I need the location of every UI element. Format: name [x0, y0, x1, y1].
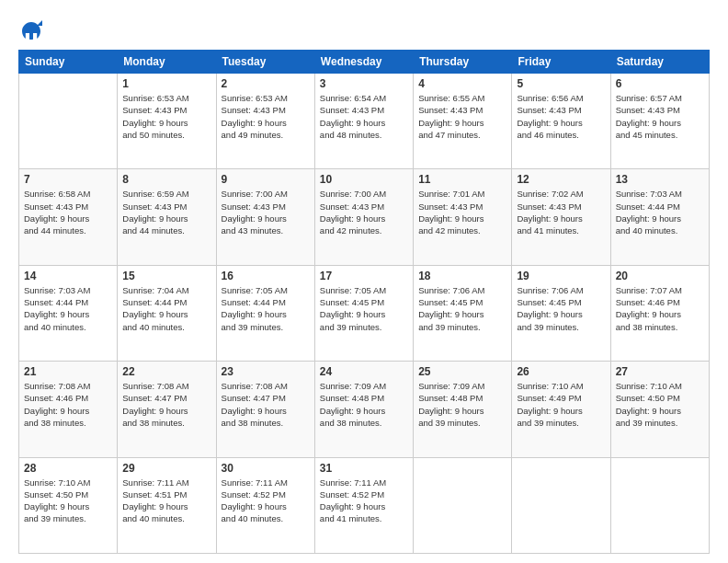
calendar-cell: 3Sunrise: 6:54 AMSunset: 4:43 PMDaylight… [314, 74, 413, 169]
day-number: 22 [122, 365, 210, 378]
calendar-cell: 5Sunrise: 6:56 AMSunset: 4:43 PMDaylight… [512, 74, 610, 169]
day-number: 16 [222, 270, 310, 282]
day-number: 1 [122, 77, 210, 90]
day-info: Sunrise: 7:11 AMSunset: 4:51 PMDaylight:… [122, 477, 210, 525]
calendar-cell: 11Sunrise: 7:01 AMSunset: 4:43 PMDayligh… [414, 169, 512, 265]
day-info: Sunrise: 7:09 AMSunset: 4:48 PMDaylight:… [418, 380, 506, 429]
day-number: 17 [320, 270, 408, 282]
day-number: 26 [517, 365, 605, 378]
calendar-cell: 14Sunrise: 7:03 AMSunset: 4:44 PMDayligh… [19, 265, 118, 361]
calendar-cell [610, 457, 709, 553]
day-info: Sunrise: 7:06 AMSunset: 4:45 PMDaylight:… [517, 284, 605, 333]
day-number: 13 [616, 173, 704, 186]
week-row-2: 7Sunrise: 6:58 AMSunset: 4:43 PMDaylight… [19, 169, 710, 265]
day-info: Sunrise: 7:02 AMSunset: 4:43 PMDaylight:… [517, 188, 605, 236]
day-number: 23 [222, 365, 310, 378]
day-number: 3 [320, 77, 408, 90]
calendar-cell: 12Sunrise: 7:02 AMSunset: 4:43 PMDayligh… [512, 169, 610, 265]
day-info: Sunrise: 7:00 AMSunset: 4:43 PMDaylight:… [320, 188, 408, 236]
calendar-cell: 26Sunrise: 7:10 AMSunset: 4:49 PMDayligh… [512, 362, 610, 457]
day-info: Sunrise: 6:59 AMSunset: 4:43 PMDaylight:… [122, 188, 210, 236]
week-row-1: 1Sunrise: 6:53 AMSunset: 4:43 PMDaylight… [19, 74, 710, 169]
header [18, 15, 710, 44]
day-number: 18 [418, 270, 506, 282]
day-info: Sunrise: 6:58 AMSunset: 4:43 PMDaylight:… [24, 188, 112, 236]
weekday-header-friday: Friday [512, 51, 610, 74]
calendar-cell: 18Sunrise: 7:06 AMSunset: 4:45 PMDayligh… [414, 265, 512, 361]
calendar-cell: 15Sunrise: 7:04 AMSunset: 4:44 PMDayligh… [118, 265, 216, 361]
calendar-cell [414, 457, 512, 553]
day-number: 28 [24, 462, 112, 475]
day-info: Sunrise: 7:03 AMSunset: 4:44 PMDaylight:… [24, 284, 112, 333]
day-info: Sunrise: 7:04 AMSunset: 4:44 PMDaylight:… [122, 284, 210, 333]
day-number: 8 [122, 173, 210, 186]
calendar-cell: 2Sunrise: 6:53 AMSunset: 4:43 PMDaylight… [216, 74, 314, 169]
day-number: 5 [517, 77, 605, 90]
week-row-3: 14Sunrise: 7:03 AMSunset: 4:44 PMDayligh… [19, 265, 710, 361]
day-info: Sunrise: 7:01 AMSunset: 4:43 PMDaylight:… [418, 188, 506, 236]
weekday-header-wednesday: Wednesday [314, 51, 413, 74]
day-number: 29 [122, 462, 210, 475]
day-info: Sunrise: 6:55 AMSunset: 4:43 PMDaylight:… [418, 92, 506, 141]
day-info: Sunrise: 6:56 AMSunset: 4:43 PMDaylight:… [517, 92, 605, 141]
day-number: 31 [320, 462, 408, 475]
day-number: 6 [616, 77, 704, 90]
day-info: Sunrise: 7:11 AMSunset: 4:52 PMDaylight:… [320, 477, 408, 525]
calendar-cell: 21Sunrise: 7:08 AMSunset: 4:46 PMDayligh… [19, 362, 118, 457]
calendar-cell: 30Sunrise: 7:11 AMSunset: 4:52 PMDayligh… [216, 457, 314, 553]
day-number: 27 [616, 365, 704, 378]
calendar-cell: 19Sunrise: 7:06 AMSunset: 4:45 PMDayligh… [512, 265, 610, 361]
day-number: 25 [418, 365, 506, 378]
calendar-cell: 29Sunrise: 7:11 AMSunset: 4:51 PMDayligh… [118, 457, 216, 553]
day-info: Sunrise: 7:11 AMSunset: 4:52 PMDaylight:… [222, 477, 310, 525]
weekday-header-sunday: Sunday [19, 51, 118, 74]
day-info: Sunrise: 7:06 AMSunset: 4:45 PMDaylight:… [418, 284, 506, 333]
day-info: Sunrise: 6:57 AMSunset: 4:43 PMDaylight:… [616, 92, 704, 141]
calendar-cell: 10Sunrise: 7:00 AMSunset: 4:43 PMDayligh… [314, 169, 413, 265]
day-number: 30 [222, 462, 310, 475]
weekday-header-tuesday: Tuesday [216, 51, 314, 74]
day-number: 24 [320, 365, 408, 378]
day-number: 15 [122, 270, 210, 282]
day-number: 10 [320, 173, 408, 186]
day-number: 7 [24, 173, 112, 186]
day-info: Sunrise: 6:54 AMSunset: 4:43 PMDaylight:… [320, 92, 408, 141]
day-info: Sunrise: 7:09 AMSunset: 4:48 PMDaylight:… [320, 380, 408, 429]
calendar-cell: 22Sunrise: 7:08 AMSunset: 4:47 PMDayligh… [118, 362, 216, 457]
calendar-cell [19, 74, 118, 169]
calendar-cell: 7Sunrise: 6:58 AMSunset: 4:43 PMDaylight… [19, 169, 118, 265]
page: SundayMondayTuesdayWednesdayThursdayFrid… [0, 0, 728, 563]
day-number: 19 [517, 270, 605, 282]
day-info: Sunrise: 6:53 AMSunset: 4:43 PMDaylight:… [122, 92, 210, 141]
day-info: Sunrise: 7:10 AMSunset: 4:50 PMDaylight:… [616, 380, 704, 429]
day-info: Sunrise: 7:08 AMSunset: 4:47 PMDaylight:… [122, 380, 210, 429]
day-number: 2 [222, 77, 310, 90]
day-info: Sunrise: 7:10 AMSunset: 4:49 PMDaylight:… [517, 380, 605, 429]
day-info: Sunrise: 7:07 AMSunset: 4:46 PMDaylight:… [616, 284, 704, 333]
day-number: 9 [222, 173, 310, 186]
calendar-cell: 23Sunrise: 7:08 AMSunset: 4:47 PMDayligh… [216, 362, 314, 457]
calendar-cell: 17Sunrise: 7:05 AMSunset: 4:45 PMDayligh… [314, 265, 413, 361]
calendar-cell: 8Sunrise: 6:59 AMSunset: 4:43 PMDaylight… [118, 169, 216, 265]
week-row-4: 21Sunrise: 7:08 AMSunset: 4:46 PMDayligh… [19, 362, 710, 457]
calendar-cell: 24Sunrise: 7:09 AMSunset: 4:48 PMDayligh… [314, 362, 413, 457]
calendar-cell: 27Sunrise: 7:10 AMSunset: 4:50 PMDayligh… [610, 362, 709, 457]
day-number: 14 [24, 270, 112, 282]
logo-icon [18, 18, 44, 44]
calendar-cell: 13Sunrise: 7:03 AMSunset: 4:44 PMDayligh… [610, 169, 709, 265]
calendar-cell: 28Sunrise: 7:10 AMSunset: 4:50 PMDayligh… [19, 457, 118, 553]
day-info: Sunrise: 7:03 AMSunset: 4:44 PMDaylight:… [616, 188, 704, 236]
weekday-header-saturday: Saturday [610, 51, 709, 74]
calendar-table: SundayMondayTuesdayWednesdayThursdayFrid… [18, 50, 710, 554]
calendar-cell: 25Sunrise: 7:09 AMSunset: 4:48 PMDayligh… [414, 362, 512, 457]
weekday-header-row: SundayMondayTuesdayWednesdayThursdayFrid… [19, 51, 710, 74]
day-number: 12 [517, 173, 605, 186]
day-info: Sunrise: 7:00 AMSunset: 4:43 PMDaylight:… [222, 188, 310, 236]
day-number: 20 [616, 270, 704, 282]
calendar-cell: 31Sunrise: 7:11 AMSunset: 4:52 PMDayligh… [314, 457, 413, 553]
calendar-cell [512, 457, 610, 553]
day-info: Sunrise: 7:10 AMSunset: 4:50 PMDaylight:… [24, 477, 112, 525]
weekday-header-thursday: Thursday [414, 51, 512, 74]
day-info: Sunrise: 7:08 AMSunset: 4:47 PMDaylight:… [222, 380, 310, 429]
calendar-cell: 9Sunrise: 7:00 AMSunset: 4:43 PMDaylight… [216, 169, 314, 265]
